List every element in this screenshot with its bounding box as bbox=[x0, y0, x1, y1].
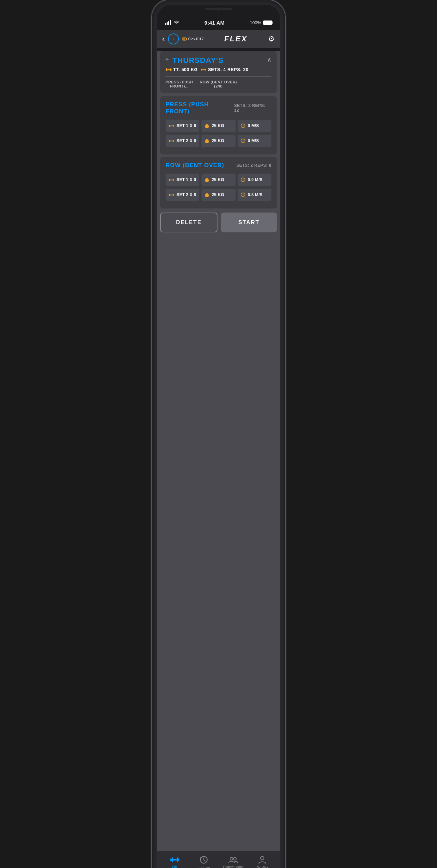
exercise-preview-1: PRESS (PUSHFRONT)... bbox=[166, 80, 193, 88]
press-section-stats: SETS: 2 REPS: 12 bbox=[234, 103, 271, 113]
phone-screen: 9:41 AM 100% ‹ F bbox=[157, 5, 280, 868]
weight-bag-icon-2 bbox=[204, 138, 210, 144]
workout-header: ✏ THURSDAY'S ∧ bbox=[166, 56, 271, 65]
svg-line-47 bbox=[243, 180, 244, 180]
nav-item-profile[interactable]: Profile bbox=[250, 855, 274, 868]
dumbbell-small-icon-2 bbox=[168, 139, 174, 143]
svg-rect-9 bbox=[202, 69, 205, 70]
workout-title-section: ✏ THURSDAY'S bbox=[166, 56, 224, 65]
row-set-1-row: SET 1 X 0 25 KG bbox=[166, 174, 271, 186]
press-set-1-label-cell: SET 1 X 6 bbox=[166, 120, 199, 132]
svg-rect-50 bbox=[170, 194, 173, 195]
press-set-2-label-cell: SET 2 X 6 bbox=[166, 135, 199, 147]
svg-line-35 bbox=[243, 141, 244, 141]
press-set-1-speed-cell: 0 M/S bbox=[238, 120, 271, 132]
phone-shell: 9:41 AM 100% ‹ F bbox=[152, 0, 285, 868]
row-set1-label: SET 1 X 0 bbox=[177, 177, 196, 182]
press-set1-weight: 25 KG bbox=[212, 123, 224, 128]
dumbbell-row1-icon bbox=[168, 178, 174, 182]
workout-title: THURSDAY'S bbox=[172, 56, 224, 65]
collapse-icon[interactable]: ∧ bbox=[267, 56, 271, 64]
battery-fill bbox=[264, 21, 272, 25]
back-button[interactable]: ‹ bbox=[162, 35, 165, 43]
action-buttons: DELETE START bbox=[160, 213, 277, 232]
row-set2-weight: 25 KG bbox=[212, 192, 224, 197]
battery-icon bbox=[263, 21, 272, 25]
svg-line-67 bbox=[204, 860, 205, 861]
device-name-label: Flex1017 bbox=[188, 37, 203, 41]
svg-rect-62 bbox=[173, 859, 177, 860]
svg-rect-16 bbox=[173, 125, 174, 126]
settings-icon[interactable]: ⚙ bbox=[268, 35, 275, 43]
press-set2-speed: 0 M/S bbox=[248, 138, 259, 143]
workout-card: ✏ THURSDAY'S ∧ TT: 500 KG bbox=[160, 51, 277, 93]
camera bbox=[217, 8, 220, 11]
profile-nav-icon bbox=[258, 855, 266, 864]
status-time: 9:41 AM bbox=[205, 20, 225, 26]
press-set-1-weight-cell: 25 KG bbox=[201, 120, 235, 132]
lift-nav-label: Lift bbox=[172, 865, 178, 868]
clock-icon bbox=[240, 123, 246, 128]
svg-rect-28 bbox=[173, 140, 174, 141]
dumbbell-icon bbox=[200, 67, 207, 72]
svg-point-70 bbox=[260, 856, 264, 860]
status-right: 100% bbox=[250, 20, 272, 25]
svg-rect-40 bbox=[173, 179, 174, 180]
press-set1-speed: 0 M/S bbox=[248, 123, 259, 128]
lift-nav-icon bbox=[170, 856, 180, 864]
weight-icon bbox=[166, 67, 172, 72]
press-section: PRESS (PUSH FRONT) SETS: 2 REPS: 12 SE bbox=[160, 96, 277, 154]
svg-rect-19 bbox=[207, 124, 208, 125]
svg-rect-14 bbox=[170, 125, 173, 126]
row-set1-weight: 25 KG bbox=[212, 177, 224, 182]
nav-item-lift[interactable]: Lift bbox=[163, 856, 187, 868]
svg-rect-49 bbox=[169, 194, 170, 196]
dumbbell-small-icon bbox=[168, 124, 174, 128]
svg-rect-37 bbox=[169, 179, 170, 181]
weight-bag-icon-4 bbox=[204, 192, 210, 198]
weight-bag-icon-3 bbox=[204, 177, 210, 182]
delete-button[interactable]: DELETE bbox=[160, 213, 217, 232]
svg-line-59 bbox=[243, 195, 244, 195]
svg-rect-52 bbox=[173, 194, 174, 195]
nav-item-community[interactable]: Community bbox=[221, 856, 245, 868]
history-nav-label: History bbox=[198, 866, 210, 868]
row-set-1-label-cell: SET 1 X 0 bbox=[166, 174, 199, 186]
svg-rect-26 bbox=[170, 140, 173, 141]
clock-icon-3 bbox=[240, 177, 246, 182]
press-set2-label: SET 2 X 6 bbox=[177, 138, 196, 143]
notch-area bbox=[157, 5, 280, 15]
exercise-preview-list: PRESS (PUSHFRONT)... ROW (BENT OVER)(2/8… bbox=[166, 80, 271, 88]
profile-nav-label: Profile bbox=[257, 866, 268, 868]
nav-item-history[interactable]: History bbox=[192, 855, 216, 868]
row-set1-speed: 0.9 M/S bbox=[248, 177, 263, 182]
dumbbell-row2-icon bbox=[168, 193, 174, 197]
svg-rect-55 bbox=[207, 193, 208, 194]
press-set1-label: SET 1 X 6 bbox=[177, 123, 196, 128]
press-set-1-row: SET 1 X 6 25 KG bbox=[166, 120, 271, 132]
exercise-preview-2: ROW (BENT OVER)(2/8) bbox=[200, 80, 237, 88]
total-weight-label: TT: 500 KG bbox=[173, 67, 198, 72]
signal-icon bbox=[165, 20, 171, 25]
press-set2-weight: 25 KG bbox=[212, 138, 224, 143]
app-header: ‹ F Flex1017 FLEX ⚙ bbox=[157, 30, 280, 48]
svg-rect-60 bbox=[170, 858, 172, 861]
svg-point-68 bbox=[230, 857, 233, 860]
clock-icon-2 bbox=[240, 138, 246, 144]
status-left bbox=[165, 20, 179, 25]
sets-reps-stat: SETS: 4 REPS: 20 bbox=[200, 67, 249, 72]
svg-rect-8 bbox=[202, 68, 202, 71]
row-set-2-label-cell: SET 2 X 8 bbox=[166, 189, 199, 201]
row-set-1-speed-cell: 0.9 M/S bbox=[238, 174, 271, 186]
device-name: Flex1017 bbox=[182, 37, 203, 41]
start-button[interactable]: START bbox=[221, 213, 277, 232]
device-logo: F bbox=[168, 33, 179, 44]
main-content: ✏ THURSDAY'S ∧ TT: 500 KG bbox=[157, 51, 280, 851]
svg-point-69 bbox=[234, 857, 236, 860]
device-battery-icon bbox=[182, 37, 187, 41]
edit-icon[interactable]: ✏ bbox=[166, 57, 170, 62]
row-set-2-weight-cell: 25 KG bbox=[201, 189, 235, 201]
svg-rect-1 bbox=[186, 38, 187, 40]
row-set2-speed: 0.8 M/S bbox=[248, 192, 263, 197]
divider bbox=[166, 76, 271, 77]
